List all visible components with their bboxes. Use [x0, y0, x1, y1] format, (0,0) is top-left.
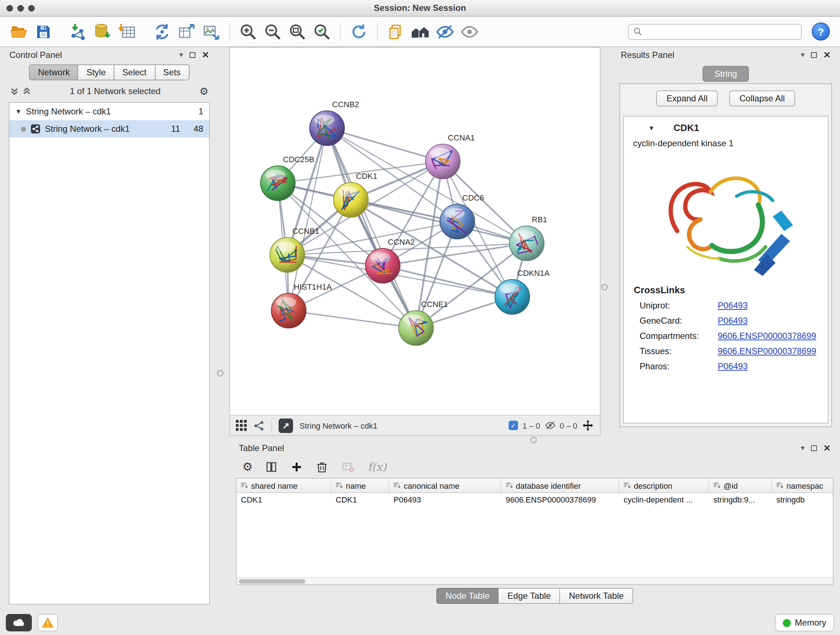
- node-CCNE1[interactable]: [399, 310, 433, 345]
- network-row-selected[interactable]: String Network – cdk1 11 48: [9, 120, 209, 138]
- collapse-section-icon[interactable]: ▼: [648, 124, 655, 131]
- warnings-button[interactable]: [38, 614, 58, 631]
- tab-edge-table[interactable]: Edge Table: [499, 588, 561, 604]
- network-collection-row[interactable]: ▼ String Network – cdk1 1: [9, 103, 209, 120]
- zoom-window-button[interactable]: [28, 5, 35, 11]
- tab-string[interactable]: String: [703, 66, 749, 82]
- selected-checkbox-icon[interactable]: ✓: [508, 421, 518, 430]
- edge-CCNB2-CCNA1[interactable]: [327, 128, 443, 162]
- node-CDC6[interactable]: [440, 204, 475, 239]
- show-columns-icon[interactable]: [265, 461, 278, 473]
- node-HIST1H1A[interactable]: [271, 293, 306, 328]
- hidden-eye-slash-icon[interactable]: [545, 420, 555, 431]
- cloud-button[interactable]: [6, 614, 32, 631]
- crosslink-link[interactable]: P06493: [718, 361, 748, 373]
- scrollbar-thumb[interactable]: [239, 579, 305, 584]
- column-header-name[interactable]: name: [332, 478, 389, 492]
- zoom-fit-button[interactable]: [286, 20, 309, 43]
- collapse-panel-icon[interactable]: ▾: [801, 51, 805, 59]
- zoom-selected-button[interactable]: [310, 20, 333, 43]
- node-CCNA2[interactable]: [365, 249, 400, 283]
- export-image-button[interactable]: [200, 20, 223, 43]
- function-builder-button[interactable]: f(x): [368, 461, 386, 473]
- column-header-canonical-name[interactable]: canonical name: [389, 478, 501, 492]
- tab-sets[interactable]: Sets: [155, 65, 189, 80]
- table-cell[interactable]: stringdb: [772, 493, 834, 508]
- horizontal-scrollbar[interactable]: [237, 577, 833, 584]
- move-crosshair-icon[interactable]: [582, 419, 594, 432]
- import-network-database-button[interactable]: [91, 20, 114, 43]
- tab-style[interactable]: Style: [79, 65, 114, 80]
- zoom-out-button[interactable]: [261, 20, 284, 43]
- collapse-all-icon[interactable]: [10, 87, 19, 96]
- save-session-button[interactable]: [32, 20, 55, 43]
- node-CCNB1[interactable]: [270, 238, 305, 272]
- tab-network-table[interactable]: Network Table: [561, 588, 633, 604]
- collapse-all-button[interactable]: Collapse All: [729, 90, 795, 106]
- edge-CCNB2-CCNE1[interactable]: [327, 128, 416, 328]
- close-window-button[interactable]: [6, 5, 13, 11]
- node-CDK1[interactable]: [333, 182, 368, 217]
- network-canvas[interactable]: CCNB2CCNA1CDC25BCDK1CDC6RB1CCNB1CCNA2CDK…: [230, 48, 600, 415]
- column-header-namespac[interactable]: namespac: [772, 478, 834, 492]
- crosslink-link[interactable]: P06493: [718, 300, 748, 312]
- crosslink-link[interactable]: 9606.ENSP00000378699: [718, 330, 816, 342]
- column-header-database-identifier[interactable]: database identifier: [501, 478, 619, 492]
- column-header-shared-name[interactable]: shared name: [237, 478, 332, 492]
- table-cell[interactable]: 9606.ENSP00000378699: [501, 493, 619, 508]
- tab-network[interactable]: Network: [29, 65, 79, 80]
- open-session-button[interactable]: [7, 20, 30, 43]
- table-settings-gear-icon[interactable]: ⚙: [242, 461, 253, 473]
- splitter-handle[interactable]: [217, 370, 224, 377]
- tree-expand-icon[interactable]: ▼: [15, 108, 22, 115]
- close-panel-icon[interactable]: ✕: [823, 51, 831, 59]
- add-column-icon[interactable]: [291, 461, 303, 473]
- crosslink-link[interactable]: 9606.ENSP00000378699: [718, 345, 816, 358]
- minimize-window-button[interactable]: [17, 5, 24, 11]
- node-CDKN1A[interactable]: [495, 279, 530, 314]
- clone-network-button[interactable]: [150, 20, 174, 43]
- table-cell[interactable]: CDK1: [237, 493, 332, 508]
- column-header-id[interactable]: @id: [709, 478, 772, 492]
- help-button[interactable]: ?: [812, 22, 830, 41]
- expand-all-button[interactable]: Expand All: [657, 90, 718, 106]
- edge-HIST1H1A-CCNE1[interactable]: [289, 310, 416, 328]
- import-network-file-button[interactable]: [66, 20, 90, 43]
- float-panel-icon[interactable]: [189, 52, 195, 58]
- delete-column-icon[interactable]: [316, 461, 329, 473]
- search-box[interactable]: [628, 24, 802, 40]
- hide-graphics-button[interactable]: [433, 20, 456, 43]
- table-cell[interactable]: CDK1: [332, 493, 389, 508]
- close-panel-icon[interactable]: ✕: [202, 51, 209, 59]
- tab-select[interactable]: Select: [114, 65, 155, 80]
- tab-node-table[interactable]: Node Table: [436, 588, 499, 604]
- node-CDC25B[interactable]: [261, 166, 295, 201]
- column-header-description[interactable]: description: [619, 478, 709, 492]
- export-network-button[interactable]: [175, 20, 198, 43]
- import-table-file-button[interactable]: [116, 20, 139, 43]
- copy-document-button[interactable]: [384, 20, 407, 43]
- apply-layout-button[interactable]: [347, 20, 370, 43]
- splitter-handle[interactable]: [531, 437, 537, 443]
- crosslink-link[interactable]: P06493: [718, 315, 748, 327]
- node-RB1[interactable]: [509, 226, 544, 261]
- expand-all-icon[interactable]: [22, 87, 31, 96]
- grid-view-icon[interactable]: [236, 420, 247, 431]
- float-panel-icon[interactable]: [811, 445, 817, 451]
- splitter-handle[interactable]: [601, 284, 608, 290]
- node-CCNA1[interactable]: [425, 144, 460, 179]
- show-graphics-button[interactable]: [458, 20, 481, 43]
- memory-button[interactable]: Memory: [775, 614, 834, 631]
- search-input[interactable]: [646, 27, 797, 36]
- home-button[interactable]: [409, 20, 432, 43]
- birdseye-toggle-button[interactable]: ↗: [279, 418, 293, 432]
- zoom-in-button[interactable]: [237, 20, 260, 43]
- network-options-gear-icon[interactable]: ⚙: [199, 86, 208, 96]
- table-cell[interactable]: P06493: [389, 493, 501, 508]
- share-network-icon[interactable]: [253, 420, 265, 431]
- node-CCNB2[interactable]: [309, 111, 344, 146]
- table-cell[interactable]: stringdb:9...: [709, 493, 772, 508]
- close-panel-icon[interactable]: ✕: [823, 444, 831, 453]
- collapse-panel-icon[interactable]: ▾: [801, 445, 805, 452]
- collapse-panel-icon[interactable]: ▾: [180, 51, 183, 59]
